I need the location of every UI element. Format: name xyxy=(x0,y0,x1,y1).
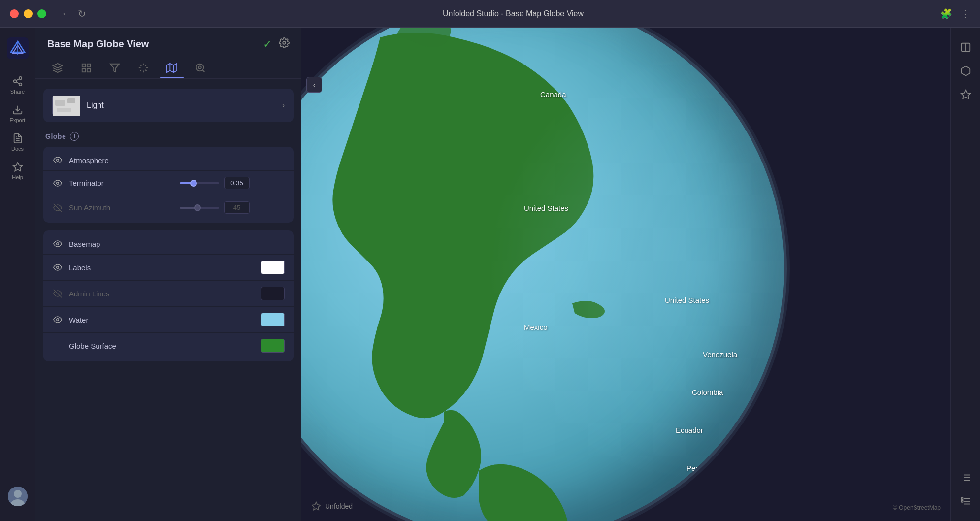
globe-surface-color-swatch[interactable] xyxy=(261,339,285,353)
basemap-section-label: Basemap xyxy=(69,240,285,248)
svg-point-16 xyxy=(283,41,286,44)
tab-grid[interactable] xyxy=(74,59,98,78)
basemap-selector[interactable]: Light › xyxy=(43,89,294,122)
svg-rect-18 xyxy=(82,64,85,67)
terminator-slider-track[interactable] xyxy=(180,182,219,184)
3d-view-button[interactable] xyxy=(956,61,976,81)
globe-surface-row: Globe Surface xyxy=(43,332,294,358)
status-check-icon: ✓ xyxy=(263,38,272,51)
menu-button[interactable]: ⋮ xyxy=(960,8,970,20)
draw-button[interactable] xyxy=(956,85,976,104)
nav-controls: ← ↻ xyxy=(61,8,86,20)
titlebar: ← ↻ Unfolded Studio - Base Map Globe Vie… xyxy=(0,0,980,28)
globe-section-title: Globe xyxy=(45,132,66,140)
collapse-panel-button[interactable]: ‹ xyxy=(306,77,322,93)
water-visibility-icon[interactable] xyxy=(52,315,63,324)
close-button[interactable] xyxy=(10,9,19,18)
map-copyright: © OpenStreetMap xyxy=(893,504,941,511)
svg-line-7 xyxy=(16,82,19,84)
share-icon xyxy=(12,76,23,87)
window-title: Unfolded Studio - Base Map Globe View xyxy=(86,9,940,18)
app-logo[interactable] xyxy=(7,37,29,59)
svg-point-34 xyxy=(196,64,204,71)
svg-rect-37 xyxy=(55,100,65,106)
terminator-visibility-icon[interactable] xyxy=(52,179,63,188)
terminator-value: 0.35 xyxy=(224,177,250,189)
toolbar-tabs xyxy=(35,59,301,79)
basemap-name: Light xyxy=(87,101,104,110)
tab-map[interactable] xyxy=(160,59,184,78)
sidebar-item-share[interactable]: Share xyxy=(0,71,35,99)
sun-azimuth-value: 45 xyxy=(224,201,250,214)
panel-header-icons: ✓ xyxy=(263,37,290,51)
docs-label: Docs xyxy=(11,146,24,152)
right-sidebar xyxy=(950,28,980,521)
svg-rect-38 xyxy=(67,98,75,103)
sun-azimuth-visibility-icon[interactable] xyxy=(52,203,63,212)
basemap-visibility-icon[interactable] xyxy=(52,239,63,248)
svg-marker-22 xyxy=(110,64,119,72)
info-icon[interactable]: i xyxy=(70,132,79,141)
svg-rect-39 xyxy=(57,108,71,112)
sun-azimuth-row: Sun Azimuth 45 xyxy=(43,195,294,220)
labels-row: Labels xyxy=(43,254,294,280)
atmosphere-visibility-icon[interactable] xyxy=(52,156,63,164)
svg-point-5 xyxy=(13,80,16,83)
sun-azimuth-slider-track xyxy=(180,207,219,209)
terminator-label: Terminator xyxy=(69,179,174,187)
admin-lines-color-swatch[interactable] xyxy=(261,287,285,300)
labels-visibility-icon[interactable] xyxy=(52,263,63,272)
user-avatar[interactable] xyxy=(8,487,28,506)
basemap-settings-card: Basemap Labels xyxy=(43,230,294,361)
svg-rect-61 xyxy=(961,500,963,502)
split-view-button[interactable] xyxy=(956,37,976,57)
tab-effects[interactable] xyxy=(131,59,156,78)
table-button[interactable] xyxy=(956,491,976,511)
panel-header: Base Map Globe View ✓ xyxy=(35,28,301,59)
sidebar-item-help[interactable]: Help xyxy=(0,157,35,185)
svg-point-46 xyxy=(57,319,59,321)
svg-marker-50 xyxy=(961,90,970,98)
legend-button[interactable] xyxy=(956,468,976,488)
refresh-button[interactable]: ↻ xyxy=(78,8,86,20)
globe-surface-label: Globe Surface xyxy=(69,342,255,350)
back-button[interactable]: ← xyxy=(61,8,71,19)
basemap-thumbnail xyxy=(52,96,80,115)
svg-marker-47 xyxy=(312,502,321,510)
minimize-button[interactable] xyxy=(24,9,33,18)
terminator-slider-container: 0.35 xyxy=(180,177,285,189)
icon-sidebar: Share Export Docs xyxy=(0,28,35,521)
atmosphere-label: Atmosphere xyxy=(69,156,285,164)
basemap-left: Light xyxy=(52,96,104,115)
tab-layers[interactable] xyxy=(45,59,70,78)
svg-rect-60 xyxy=(961,498,963,500)
tab-search[interactable] xyxy=(188,59,213,78)
sidebar-item-docs[interactable]: Docs xyxy=(0,128,35,157)
sidebar-item-export[interactable]: Export xyxy=(0,99,35,128)
export-label: Export xyxy=(10,117,26,123)
main-layout: Share Export Docs xyxy=(0,28,980,521)
admin-lines-label: Admin Lines xyxy=(69,290,255,298)
panel: Base Map Globe View ✓ xyxy=(35,28,301,521)
maximize-button[interactable] xyxy=(37,9,46,18)
svg-line-26 xyxy=(145,70,147,71)
admin-lines-visibility-icon[interactable] xyxy=(52,289,63,298)
svg-line-29 xyxy=(140,70,142,71)
water-color-swatch[interactable] xyxy=(261,313,285,326)
map-watermark: Unfolded xyxy=(311,501,353,511)
svg-point-4 xyxy=(19,77,22,80)
globe-section-header: Globe i xyxy=(43,132,294,141)
atmosphere-row: Atmosphere xyxy=(43,150,294,170)
globe-sphere: Canada United States United States Mexic… xyxy=(301,28,784,521)
watermark-text: Unfolded xyxy=(325,502,353,510)
settings-button[interactable] xyxy=(279,37,290,51)
labels-label: Labels xyxy=(69,263,255,272)
water-row: Water xyxy=(43,306,294,332)
labels-color-swatch[interactable] xyxy=(261,260,285,274)
titlebar-actions: 🧩 ⋮ xyxy=(940,8,970,20)
tab-filter[interactable] xyxy=(102,59,127,78)
svg-marker-17 xyxy=(53,64,62,68)
extensions-button[interactable]: 🧩 xyxy=(940,8,952,20)
svg-point-41 xyxy=(57,182,59,184)
svg-point-43 xyxy=(57,243,59,245)
